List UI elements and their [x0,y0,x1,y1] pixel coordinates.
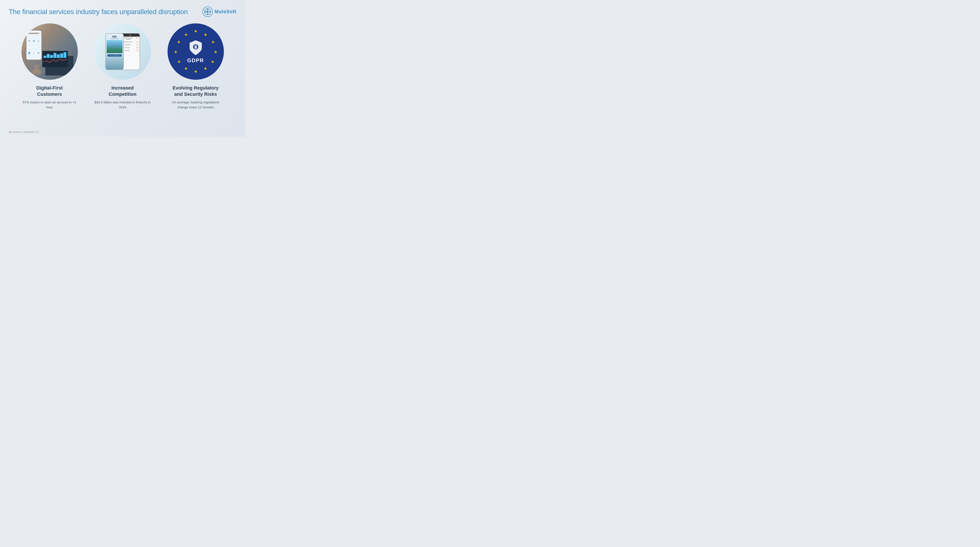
phone-icon-5: 📈 [32,47,36,59]
cards-container: ONLINE BANKING $ 🏦 📊 👤 📈 ⚙️ [9,24,236,110]
hand-icon [28,58,45,75]
amount-5: -$99 [136,50,138,51]
card-title-competition: Increased Competition [108,85,136,97]
shield-svg [188,40,203,56]
phone-device: ONLINE BANKING $ 🏦 📊 👤 📈 ⚙️ [26,30,42,60]
amount-1: -$12.4 [135,37,138,40]
phones-group: N26 The Mobile Bank Log in to Private vi… [94,24,151,80]
header: The financial services industry faces un… [9,6,236,17]
gdpr-label: GDPR [187,57,204,64]
amount-2: -$7.8 [136,41,138,43]
mulesoft-logo: MuleSoft [202,6,236,17]
amount-3: -$9.2 [136,44,138,46]
card-desc-competition: $34.5 billion was invested in fintechs i… [94,100,151,110]
phone-icon-3: 📊 [37,35,40,46]
n26-button: Log in to Private view [108,54,122,57]
line-chart [43,59,67,63]
card-competition: N26 The Mobile Bank Log in to Private vi… [90,24,155,110]
phone-icon-2: 🏦 [32,35,36,46]
svg-text:★: ★ [194,69,197,74]
svg-text:★: ★ [184,66,188,71]
phone-n26: N26 The Mobile Bank Log in to Private vi… [105,33,124,70]
svg-point-5 [209,11,211,12]
phone-header-text: ONLINE BANKING [27,32,41,35]
n26-mountain-image [107,40,123,53]
laptop-bg [45,56,73,75]
laptop-screen [42,51,68,67]
card-title-digital: Digital-First Customers [36,85,63,97]
svg-point-2 [207,9,208,10]
footer-text: All contents © MuleSoft, LLC [9,131,39,133]
slide: The financial services industry faces un… [0,0,245,137]
n26-screen: N26 The Mobile Bank Log in to Private vi… [106,33,123,59]
chart-bars [43,52,67,58]
svg-text:★: ★ [204,66,207,71]
n26-bottom: Log in to Private view [107,53,123,57]
mulesoft-logo-circle [202,6,213,17]
svg-point-3 [207,13,208,15]
svg-point-1 [207,11,209,13]
merchant-1: MIGHTY QUINNS BARBEQ... [122,37,136,40]
svg-text:★: ★ [211,40,215,44]
phone-icon-6: ⚙️ [37,47,40,59]
card-digital-first: ONLINE BANKING $ 🏦 📊 👤 📈 ⚙️ [17,24,82,110]
footer: All contents © MuleSoft, LLC [9,131,39,133]
competition-image: N26 The Mobile Bank Log in to Private vi… [94,24,151,80]
bar-3 [50,55,53,58]
mulesoft-brand-text: MuleSoft [215,9,236,14]
gdpr-content: ★ ★ ★ ★ ★ ★ ★ ★ ★ ★ ★ ★ [167,24,224,80]
n26-subtitle: The Mobile Bank [107,38,123,39]
bar-5 [57,54,60,58]
amount-4: -$1.2 [136,47,138,48]
svg-text:★: ★ [184,32,188,37]
card-desc-digital: 57% expect to open an account in <1 hour [21,100,78,110]
card-regulatory: ★ ★ ★ ★ ★ ★ ★ ★ ★ ★ ★ ★ [163,24,228,110]
phone-grid: $ 🏦 📊 👤 📈 ⚙️ [27,35,41,59]
bar-2 [47,54,49,58]
svg-text:★: ★ [211,60,214,64]
bar-7 [64,52,66,58]
svg-rect-7 [34,65,39,73]
svg-point-4 [205,11,206,12]
svg-text:★: ★ [177,60,181,64]
bar-1 [44,56,46,58]
digital-first-image: ONLINE BANKING $ 🏦 📊 👤 📈 ⚙️ [21,24,78,80]
gdpr-image: ★ ★ ★ ★ ★ ★ ★ ★ ★ ★ ★ ★ [167,24,224,80]
n26-logo: N26 [107,35,123,38]
bar-4 [54,53,56,58]
svg-text:★: ★ [177,40,181,44]
card-desc-regulatory: On average, banking regulations change e… [167,100,224,110]
bar-6 [60,53,63,58]
svg-text:★: ★ [214,50,217,54]
svg-point-22 [195,46,196,48]
phone-icon-4: 👤 [27,47,31,59]
svg-text:★: ★ [194,29,197,33]
svg-text:★: ★ [204,32,207,37]
svg-text:★: ★ [174,50,178,54]
card-title-regulatory: Evolving Regulatory and Security Risks [172,85,219,97]
page-title: The financial services industry faces un… [9,8,188,16]
phone-icon-1: $ [27,35,31,46]
gdpr-center: GDPR [187,40,204,64]
